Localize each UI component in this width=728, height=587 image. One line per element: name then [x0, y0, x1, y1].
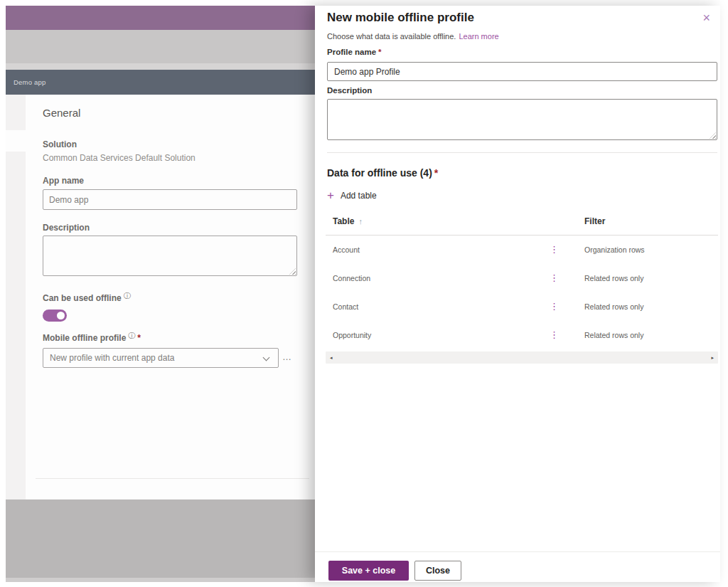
app-tab-demo-app[interactable]: Demo app [14, 78, 46, 86]
panel-subtitle: Choose what data is available offline.Le… [327, 32, 499, 41]
panel-footer-divider [315, 551, 720, 552]
app-name-input[interactable] [43, 189, 297, 210]
left-nav-rail [6, 95, 26, 499]
panel-divider [327, 152, 717, 153]
required-marker: * [378, 48, 381, 56]
general-settings-page: General Solution Common Data Services De… [26, 95, 315, 499]
close-icon[interactable]: × [702, 11, 710, 24]
save-close-button[interactable]: Save + close [328, 561, 409, 581]
page-footer-edge [6, 578, 315, 582]
add-icon: + [327, 191, 334, 201]
sort-ascending-icon: ↑ [358, 217, 363, 226]
info-icon: ⓘ [128, 332, 135, 339]
row-overflow-icon[interactable]: ⋮ [550, 332, 559, 339]
can-be-used-offline-label: Can be used offlineⓘ [43, 293, 131, 304]
toggle-knob [57, 312, 65, 319]
solution-label: Solution [43, 139, 77, 149]
scroll-right-icon[interactable]: ▸ [711, 355, 714, 361]
offline-tables-list: Account ⋮ Organization rows Connection ⋮… [326, 236, 718, 349]
data-for-offline-use-heading: Data for offline use (4)* [327, 167, 438, 179]
table-name: Opportunity [333, 331, 371, 339]
top-command-bar [6, 6, 315, 30]
page-footer [6, 499, 315, 578]
table-filter: Related rows only [584, 331, 643, 339]
table-name: Connection [333, 274, 370, 282]
rail-selected-item[interactable] [6, 130, 26, 152]
new-mobile-offline-profile-panel: New mobile offline profile × Choose what… [315, 6, 720, 582]
editor-toolbar [6, 30, 315, 63]
offline-toggle[interactable] [43, 310, 67, 322]
profile-name-label: Profile name* [327, 48, 382, 56]
description-label: Description [43, 223, 90, 233]
mobile-offline-profile-dropdown[interactable]: New profile with current app data [43, 348, 279, 368]
column-header-table[interactable]: Table↑ [333, 216, 363, 226]
more-options-button[interactable]: … [282, 351, 292, 362]
table-filter: Related rows only [584, 274, 643, 282]
column-header-filter[interactable]: Filter [584, 216, 605, 226]
table-filter: Related rows only [584, 302, 643, 311]
page-title: General [43, 107, 80, 119]
table-row[interactable]: Contact ⋮ Related rows only [326, 292, 718, 321]
table-name: Contact [333, 302, 358, 311]
add-table-label: Add table [341, 191, 377, 201]
table-row[interactable]: Account ⋮ Organization rows [326, 236, 718, 264]
solution-value: Common Data Services Default Solution [43, 153, 196, 163]
info-icon: ⓘ [124, 292, 131, 300]
resize-grip-icon[interactable] [289, 268, 296, 275]
required-marker: * [434, 167, 438, 179]
mobile-offline-profile-label: Mobile offline profileⓘ* [43, 333, 141, 344]
app-tab-bar: Demo app [6, 70, 315, 95]
section-divider [36, 478, 309, 479]
horizontal-scrollbar[interactable]: ◂ ▸ [326, 351, 718, 364]
table-name: Account [333, 245, 360, 254]
table-row[interactable]: Opportunity ⋮ Related rows only [326, 321, 718, 349]
table-filter: Organization rows [584, 245, 645, 254]
dropdown-selected-value: New profile with current app data [50, 353, 174, 363]
description-textarea[interactable] [43, 236, 297, 276]
row-overflow-icon[interactable]: ⋮ [550, 303, 559, 310]
panel-description-textarea[interactable] [327, 99, 717, 140]
learn-more-link[interactable]: Learn more [459, 32, 498, 41]
toolbar-divider [6, 63, 315, 70]
panel-title: New mobile offline profile [327, 11, 474, 25]
row-overflow-icon[interactable]: ⋮ [550, 246, 559, 253]
app-name-label: App name [43, 176, 84, 186]
profile-name-input[interactable] [327, 62, 717, 81]
row-overflow-icon[interactable]: ⋮ [550, 275, 559, 282]
resize-grip-icon[interactable] [710, 132, 716, 139]
chevron-down-icon [263, 354, 270, 361]
table-row[interactable]: Connection ⋮ Related rows only [326, 264, 718, 292]
add-table-button[interactable]: + Add table [327, 191, 377, 201]
required-marker: * [137, 333, 141, 343]
panel-description-label: Description [327, 86, 372, 95]
close-button[interactable]: Close [414, 561, 461, 581]
scroll-left-icon[interactable]: ◂ [330, 355, 333, 361]
